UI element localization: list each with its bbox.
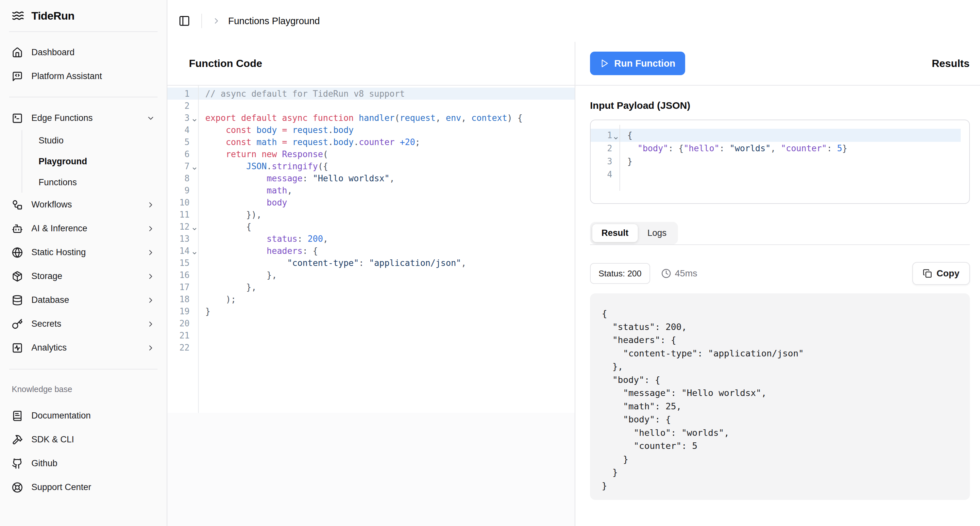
book-icon [12, 410, 23, 421]
key-icon [12, 319, 23, 330]
code-line[interactable]: 7 JSON.stringify({ [167, 160, 575, 172]
code-line[interactable]: 16 }, [167, 269, 575, 281]
copy-button[interactable]: Copy [912, 262, 970, 285]
line-number: 8 [167, 173, 198, 183]
chevron-right-icon[interactable] [146, 320, 155, 328]
code-line[interactable]: 21 [167, 329, 575, 342]
sidebar-toggle-button[interactable] [178, 14, 192, 27]
code-line[interactable]: 15 "content-type": "application/json", [167, 257, 575, 269]
sidebar-item-analytics[interactable]: Analytics [0, 336, 167, 360]
input-payload-editor[interactable]: 1{2 "body": {"hello": "worlds", "counter… [590, 119, 970, 204]
function-code-editor[interactable]: 1// async default for TideRun v8 support… [167, 86, 575, 413]
sidebar-item-dashboard[interactable]: Dashboard [0, 41, 167, 64]
code-line[interactable]: 4 [591, 168, 961, 181]
code-line[interactable]: 20 [167, 317, 575, 329]
line-number: 5 [167, 137, 198, 147]
sidebar-item-ai-inference[interactable]: AI & Inference [0, 217, 167, 240]
chevron-right-icon[interactable] [146, 200, 155, 209]
package-icon [12, 271, 23, 282]
fold-chevron-icon[interactable] [192, 117, 197, 123]
chevron-right-icon[interactable] [146, 272, 155, 281]
line-number: 12 [167, 222, 198, 232]
code-line[interactable]: 6 return new Response( [167, 148, 575, 160]
code-line-content: math, [198, 186, 292, 195]
line-number: 22 [167, 343, 198, 353]
sidebar-item-functions[interactable]: Functions [22, 172, 167, 193]
chevron-right-icon[interactable] [146, 296, 155, 305]
globe-icon [12, 247, 23, 258]
knowledge-base-label: Knowledge base [0, 385, 167, 394]
sidebar-item-playground[interactable]: Playground [22, 151, 167, 172]
code-line[interactable]: 14 headers: { [167, 245, 575, 257]
code-line[interactable]: 1{ [591, 129, 961, 142]
hammer-icon [12, 434, 23, 445]
code-line[interactable]: 4 const body = request.body [167, 124, 575, 136]
chevron-down-icon[interactable] [146, 114, 155, 122]
sidebar-item-github[interactable]: Github [0, 451, 167, 475]
sidebar-item-label: SDK & CLI [31, 434, 74, 445]
code-line[interactable]: 1// async default for TideRun v8 support [167, 87, 575, 100]
code-line-content: "content-type": "application/json", [198, 258, 466, 268]
chevron-right-icon[interactable] [146, 248, 155, 257]
code-line-content: return new Response( [198, 149, 328, 159]
sidebar-item-sdk-cli[interactable]: SDK & CLI [0, 427, 167, 451]
line-number: 4 [591, 170, 619, 180]
code-line[interactable]: 19} [167, 305, 575, 317]
line-number: 20 [167, 319, 198, 328]
fold-chevron-icon[interactable] [192, 250, 197, 256]
play-icon [600, 59, 609, 68]
sidebar-item-static-hosting[interactable]: Static Hosting [0, 240, 167, 264]
fold-chevron-icon[interactable] [192, 226, 197, 232]
code-line[interactable]: 18 ); [167, 293, 575, 305]
sidebar-item-platform-assistant[interactable]: Platform Assistant [0, 64, 167, 88]
sidebar-item-studio[interactable]: Studio [22, 130, 167, 151]
line-number: 18 [167, 294, 198, 304]
main-area: Functions Playground Function Code 1// a… [167, 0, 980, 526]
github-icon [12, 458, 23, 469]
sidebar-item-workflows[interactable]: Workflows [0, 193, 167, 217]
sidebar-item-label: Secrets [31, 319, 62, 329]
code-line[interactable]: 13 status: 200, [167, 233, 575, 245]
line-number: 19 [167, 307, 198, 316]
code-line[interactable]: 12 { [167, 221, 575, 233]
sidebar-item-secrets[interactable]: Secrets [0, 312, 167, 336]
fold-chevron-icon[interactable] [192, 166, 197, 172]
chevron-right-icon[interactable] [146, 224, 155, 233]
sidebar-item-storage[interactable]: Storage [0, 264, 167, 288]
duration: 45ms [661, 268, 697, 279]
panes: Function Code 1// async default for Tide… [167, 42, 980, 526]
code-line[interactable]: 3} [591, 155, 961, 168]
code-line-content: } [198, 307, 210, 316]
sidebar-item-label: Dashboard [31, 48, 75, 57]
results-tabs-row: Result Logs [590, 219, 970, 245]
code-line[interactable]: 2 [167, 100, 575, 112]
code-line[interactable]: 3export default async function handler(r… [167, 112, 575, 124]
code-line[interactable]: 10 body [167, 196, 575, 208]
code-line[interactable]: 5 const math = request.body.counter +20; [167, 136, 575, 148]
sidebar-nav-services: Edge Functions Studio Playground Functio… [0, 97, 167, 369]
duration-value: 45ms [675, 268, 697, 279]
code-line-content: // async default for TideRun v8 support [198, 89, 405, 99]
fold-chevron-icon[interactable] [613, 135, 619, 141]
clock-icon [661, 269, 671, 278]
code-line[interactable]: 9 math, [167, 184, 575, 196]
line-number: 7 [167, 161, 198, 171]
sidebar-item-support-center[interactable]: Support Center [0, 475, 167, 499]
chevron-right-icon[interactable] [146, 344, 155, 352]
code-line[interactable]: 11 }), [167, 208, 575, 221]
sidebar-item-edge-functions[interactable]: Edge Functions [0, 106, 167, 130]
sidebar-item-label: Studio [38, 135, 64, 146]
sidebar-item-database[interactable]: Database [0, 288, 167, 312]
code-line[interactable]: 8 message: "Hello worldsx", [167, 172, 575, 184]
life-buoy-icon [12, 482, 23, 493]
sidebar-item-label: Analytics [31, 343, 67, 353]
copy-label: Copy [937, 268, 959, 279]
tab-result[interactable]: Result [592, 224, 638, 242]
sidebar-item-documentation[interactable]: Documentation [0, 404, 167, 427]
tab-logs[interactable]: Logs [638, 224, 676, 242]
run-function-button[interactable]: Run Function [590, 52, 685, 75]
sidebar-item-label: Github [31, 458, 57, 469]
code-line[interactable]: 22 [167, 342, 575, 353]
code-line[interactable]: 2 "body": {"hello": "worlds", "counter":… [591, 142, 961, 155]
code-line[interactable]: 17 }, [167, 281, 575, 293]
